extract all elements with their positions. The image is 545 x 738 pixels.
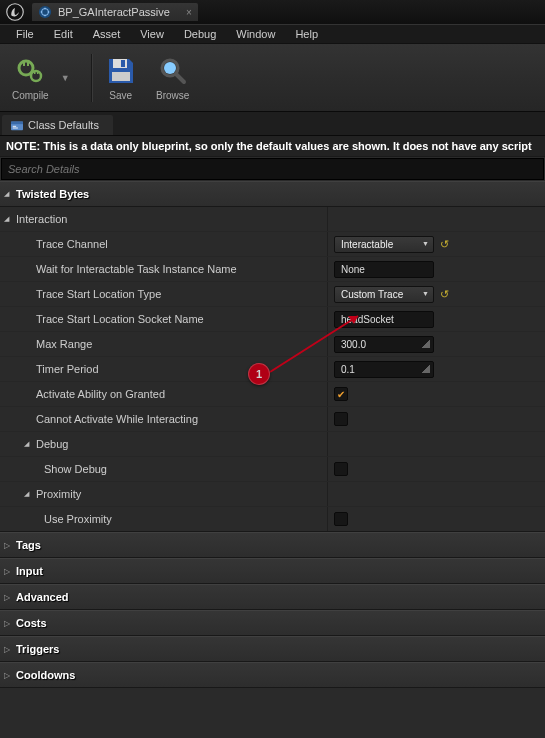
menu-bar: File Edit Asset View Debug Window Help bbox=[0, 24, 545, 44]
prop-label: Activate Ability on Granted bbox=[4, 388, 165, 400]
compile-icon bbox=[13, 54, 47, 88]
svg-point-6 bbox=[31, 71, 41, 81]
document-tab[interactable]: BP_GAInteractPassive × bbox=[32, 3, 198, 21]
prop-cannot-activate: Cannot Activate While Interacting bbox=[0, 407, 545, 432]
blueprint-note: NOTE: This is a data only blueprint, so … bbox=[0, 136, 545, 157]
category-advanced[interactable]: Advanced bbox=[0, 584, 545, 610]
prop-wait-task: Wait for Interactable Task Instance Name… bbox=[0, 257, 545, 282]
save-icon bbox=[104, 54, 138, 88]
category-label: Costs bbox=[16, 617, 47, 629]
category-triggers[interactable]: Triggers bbox=[0, 636, 545, 662]
prop-label: Cannot Activate While Interacting bbox=[4, 413, 198, 425]
svg-rect-10 bbox=[121, 60, 125, 67]
close-icon[interactable]: × bbox=[186, 7, 192, 18]
toolbar: Compile ▼ Save Browse bbox=[0, 44, 545, 112]
svg-point-13 bbox=[164, 62, 176, 74]
svg-point-0 bbox=[7, 4, 24, 21]
expand-arrow-icon bbox=[24, 439, 34, 449]
activate-on-grant-checkbox[interactable]: ✔ bbox=[334, 387, 348, 401]
prop-label: Timer Period bbox=[4, 363, 99, 375]
menu-debug[interactable]: Debug bbox=[174, 26, 226, 42]
blueprint-icon bbox=[38, 5, 52, 19]
category-cooldowns[interactable]: Cooldowns bbox=[0, 662, 545, 688]
collapse-arrow-icon bbox=[4, 670, 14, 680]
timer-period-input[interactable]: 0.1 bbox=[334, 361, 434, 378]
category-label: Twisted Bytes bbox=[16, 188, 89, 200]
collapse-arrow-icon bbox=[4, 566, 14, 576]
collapse-arrow-icon bbox=[4, 540, 14, 550]
expand-arrow-icon bbox=[24, 489, 34, 499]
show-debug-checkbox[interactable] bbox=[334, 462, 348, 476]
prop-trace-loc-type: Trace Start Location Type Custom Trace↺ bbox=[0, 282, 545, 307]
category-label: Triggers bbox=[16, 643, 59, 655]
compile-label: Compile bbox=[12, 90, 49, 101]
menu-asset[interactable]: Asset bbox=[83, 26, 131, 42]
svg-rect-17 bbox=[13, 128, 18, 129]
compile-button[interactable]: Compile bbox=[6, 50, 55, 105]
compile-dropdown-arrow[interactable]: ▼ bbox=[61, 73, 75, 83]
collapse-arrow-icon bbox=[4, 592, 14, 602]
reset-to-default-icon[interactable]: ↺ bbox=[440, 288, 449, 301]
category-tags[interactable]: Tags bbox=[0, 532, 545, 558]
browse-label: Browse bbox=[156, 90, 189, 101]
subcategory-interaction[interactable]: Interaction bbox=[0, 207, 545, 232]
svg-rect-7 bbox=[34, 71, 36, 74]
use-proximity-checkbox[interactable] bbox=[334, 512, 348, 526]
prop-label: Trace Channel bbox=[4, 238, 108, 250]
svg-rect-16 bbox=[13, 126, 16, 127]
svg-rect-15 bbox=[11, 122, 23, 125]
menu-help[interactable]: Help bbox=[285, 26, 328, 42]
trace-socket-input[interactable]: headSocket bbox=[334, 311, 434, 328]
category-label: Tags bbox=[16, 539, 41, 551]
svg-rect-8 bbox=[37, 71, 39, 74]
menu-file[interactable]: File bbox=[6, 26, 44, 42]
subcategory-proximity[interactable]: Proximity bbox=[0, 482, 545, 507]
tab-title: BP_GAInteractPassive bbox=[58, 6, 170, 18]
prop-label: Max Range bbox=[4, 338, 92, 350]
menu-view[interactable]: View bbox=[130, 26, 174, 42]
reset-to-default-icon[interactable]: ↺ bbox=[440, 238, 449, 251]
subcategory-label: Proximity bbox=[36, 488, 81, 500]
unreal-logo-icon bbox=[6, 3, 24, 21]
panel-tab-bar: Class Defaults bbox=[0, 112, 545, 136]
subcategory-label: Debug bbox=[36, 438, 68, 450]
category-label: Cooldowns bbox=[16, 669, 75, 681]
details-panel: Twisted Bytes Interaction Trace Channel … bbox=[0, 181, 545, 688]
window-titlebar: BP_GAInteractPassive × bbox=[0, 0, 545, 24]
wait-task-input[interactable]: None bbox=[334, 261, 434, 278]
prop-label: Trace Start Location Socket Name bbox=[4, 313, 204, 325]
category-costs[interactable]: Costs bbox=[0, 610, 545, 636]
collapse-arrow-icon bbox=[4, 618, 14, 628]
browse-icon bbox=[156, 54, 190, 88]
subcategory-debug[interactable]: Debug bbox=[0, 432, 545, 457]
prop-label: Trace Start Location Type bbox=[4, 288, 161, 300]
category-label: Input bbox=[16, 565, 43, 577]
trace-channel-dropdown[interactable]: Interactable bbox=[334, 236, 434, 253]
expand-arrow-icon bbox=[4, 214, 14, 224]
class-defaults-label: Class Defaults bbox=[28, 119, 99, 131]
search-input[interactable] bbox=[2, 159, 543, 179]
svg-rect-11 bbox=[112, 72, 130, 81]
class-defaults-tab[interactable]: Class Defaults bbox=[2, 115, 113, 135]
note-text: NOTE: This is a data only blueprint, so … bbox=[6, 140, 532, 152]
trace-loc-type-dropdown[interactable]: Custom Trace bbox=[334, 286, 434, 303]
prop-label: Wait for Interactable Task Instance Name bbox=[4, 263, 237, 275]
prop-label: Show Debug bbox=[4, 463, 107, 475]
prop-activate-on-grant: Activate Ability on Granted ✔ bbox=[0, 382, 545, 407]
menu-window[interactable]: Window bbox=[226, 26, 285, 42]
category-twisted-bytes[interactable]: Twisted Bytes bbox=[0, 181, 545, 207]
class-defaults-icon bbox=[10, 119, 24, 131]
save-label: Save bbox=[109, 90, 132, 101]
search-box bbox=[1, 158, 544, 180]
svg-rect-4 bbox=[23, 62, 25, 66]
category-label: Advanced bbox=[16, 591, 69, 603]
prop-label: Use Proximity bbox=[4, 513, 112, 525]
cannot-activate-checkbox[interactable] bbox=[334, 412, 348, 426]
save-button[interactable]: Save bbox=[98, 50, 144, 105]
category-input[interactable]: Input bbox=[0, 558, 545, 584]
prop-timer-period: Timer Period 0.1 bbox=[0, 357, 545, 382]
subcategory-label: Interaction bbox=[16, 213, 67, 225]
menu-edit[interactable]: Edit bbox=[44, 26, 83, 42]
max-range-input[interactable]: 300.0 bbox=[334, 336, 434, 353]
browse-button[interactable]: Browse bbox=[150, 50, 196, 105]
